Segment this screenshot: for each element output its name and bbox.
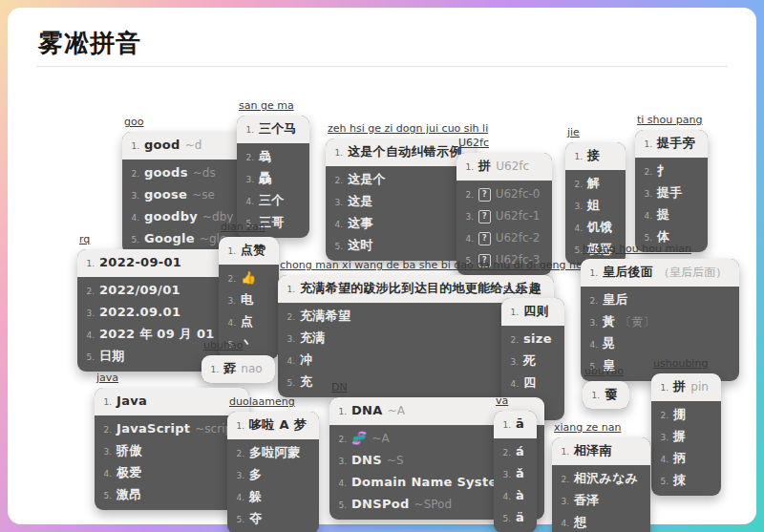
candidate-item[interactable]: 4.极爱 (95, 462, 249, 484)
candidate-item[interactable]: 2.骉 (237, 143, 309, 168)
candidate-item[interactable]: 4.晃 (581, 333, 739, 355)
candidate-item[interactable]: 5.夺 (227, 508, 319, 532)
candidate-item[interactable]: 1.拼pin (651, 373, 721, 401)
candidate-text: 接 (587, 148, 600, 163)
candidate-number: 4. (244, 194, 254, 209)
candidate-number: 3. (102, 444, 112, 459)
input-code-label: va (496, 395, 537, 407)
candidate-item[interactable]: 1.接 (565, 142, 626, 170)
candidate-item[interactable]: 3.黃〔黄〕 (581, 311, 739, 333)
candidate-item[interactable]: 2.👍 (219, 265, 279, 289)
candidate-text: 皇后 (603, 292, 628, 308)
candidate-item[interactable]: 1.Java (95, 388, 249, 415)
candidate-list: 1.哆啦 A 梦2.多啦阿蒙3.多4.躲5.夺 (227, 412, 319, 532)
candidate-item[interactable]: 2.size (501, 326, 564, 351)
candidate-item[interactable]: 4.点 (219, 311, 279, 333)
candidate-text: 嫑 (605, 387, 617, 402)
candidate-item[interactable]: 2.á (494, 438, 537, 463)
candidate-item[interactable]: 3.goose~se (122, 184, 245, 206)
candidate-number: 4. (464, 231, 474, 246)
candidate-item[interactable]: 5.捒 (651, 470, 721, 496)
candidate-item[interactable]: 5.激昂 (95, 484, 249, 510)
candidate-item[interactable]: 4.饥饿 (565, 217, 626, 239)
candidate-item[interactable]: 3.姐 (565, 195, 626, 217)
candidate-item[interactable]: 3.香泽 (552, 490, 650, 512)
candidate-number: 4. (337, 476, 347, 491)
candidate-comment: ~A (388, 403, 405, 418)
app-card: 雾凇拼音 goo1.good~d2.goods~ds3.goose~se4.go… (8, 8, 756, 524)
candidate-item[interactable]: 3.ǎ (494, 463, 537, 485)
candidate-item[interactable]: 1.拼U62fc (456, 153, 552, 181)
candidate-number: 3. (337, 454, 347, 469)
candidate-item[interactable]: 3.驫 (237, 168, 309, 190)
candidate-text: DNA (351, 403, 383, 418)
candidate-text: ǎ (516, 466, 524, 481)
candidate-item[interactable]: 1.四则 (501, 298, 564, 326)
candidate-item[interactable]: 1.提手旁 (635, 130, 708, 158)
candidate-item[interactable]: 2.?U62fc-0 (456, 181, 552, 205)
candidate-item[interactable]: 1.ā (494, 411, 537, 438)
candidate-item[interactable]: 5.ä (494, 507, 537, 532)
candidate-number: 1. (286, 282, 295, 297)
candidate-number: 4. (85, 328, 95, 343)
candidate-item[interactable]: 1.三个马 (237, 116, 309, 143)
candidate-item[interactable]: 1.嫑 (583, 381, 629, 409)
candidate-item[interactable]: 4.抦 (651, 448, 721, 470)
candidate-item[interactable]: 2.goods~ds (122, 160, 245, 184)
candidate-item[interactable]: 4.躲 (227, 486, 319, 508)
candidate-number: 2. (464, 187, 474, 202)
candidate-list: 1.拼pin2.掤3.摒4.抦5.捒 (651, 373, 721, 496)
candidate-text: DNS (351, 453, 382, 468)
candidate-item[interactable]: 1.皇后後面（皇后后面） (581, 259, 739, 287)
candidate-text: 想 (574, 515, 586, 530)
candidate-text: goods (144, 165, 188, 181)
candidate-item[interactable]: 2.皇后 (581, 287, 739, 311)
candidate-number: 4. (286, 353, 295, 369)
candidate-item[interactable]: 2.这是个 (326, 166, 475, 191)
candidate-item[interactable]: 4.提 (635, 204, 708, 226)
candidate-text: 饥饿 (587, 220, 613, 235)
candidate-item[interactable]: 2.多啦阿蒙 (227, 439, 319, 464)
candidate-text: 多 (249, 467, 262, 482)
candidate-item[interactable]: 1.哆啦 A 梦 (227, 412, 319, 439)
candidate-number: 3. (659, 430, 668, 445)
candidate-item[interactable]: 4.想 (552, 512, 650, 532)
candidate-number: 2. (235, 446, 244, 461)
candidate-item[interactable]: 3.骄傲 (95, 440, 249, 462)
candidate-number: 2. (102, 422, 112, 437)
candidate-item[interactable]: 2.掤 (651, 401, 721, 426)
candidate-item[interactable]: 1.good~d (122, 132, 245, 160)
input-code-label: huang hou hou mian (583, 244, 739, 255)
candidate-item[interactable]: 1.相泽南 (552, 437, 650, 465)
candidate-text: 晃 (603, 336, 615, 351)
candidate-item[interactable]: 1.点赞 (219, 237, 279, 265)
candidate-text: 电 (241, 292, 253, 308)
candidate-number: 3. (588, 315, 598, 330)
candidate-item[interactable]: 3.?U62fc-1 (456, 205, 552, 227)
candidate-item[interactable]: 3.死 (501, 351, 564, 372)
candidate-number: 3. (501, 467, 511, 482)
candidate-text: 这是个 (348, 172, 386, 187)
candidate-item[interactable]: 2.JavaScript~script (95, 415, 249, 440)
candidate-text: 日期 (99, 349, 125, 364)
candidate-item[interactable]: 3.多 (227, 464, 319, 486)
candidate-item[interactable]: 4.à (494, 485, 537, 507)
candidate-item[interactable]: 3.电 (219, 289, 279, 311)
candidate-comment: ~d (185, 138, 202, 153)
candidate-popup-ti-shou-pang: ti shou pang1.提手旁2.扌3.提手4.提5.体 (635, 115, 708, 252)
candidate-item[interactable]: 4.这事 (326, 213, 475, 235)
candidate-comment: ~se (192, 187, 215, 202)
candidate-item[interactable]: 3.提手 (635, 182, 708, 204)
candidate-item[interactable]: 3.这是 (326, 191, 475, 213)
candidate-item[interactable]: 1.这是个自动纠错示例 (326, 138, 475, 166)
candidate-item[interactable]: 2.解 (565, 170, 626, 195)
candidate-item[interactable]: 3.摒 (651, 426, 721, 448)
candidate-item[interactable]: 4.?U62fc-2 (456, 227, 552, 249)
candidate-item[interactable]: 2.相沢みなみ (552, 465, 650, 490)
candidate-text: goose (144, 187, 187, 202)
candidate-item[interactable]: 5.这时 (326, 235, 475, 261)
candidate-number: 4. (560, 516, 569, 531)
candidate-item[interactable]: 2.扌 (635, 158, 708, 182)
candidate-item[interactable]: 4.三个 (237, 190, 309, 212)
candidate-popup-unicode: U62fc1.拼U62fc2.?U62fc-03.?U62fc-14.?U62f… (456, 138, 552, 275)
